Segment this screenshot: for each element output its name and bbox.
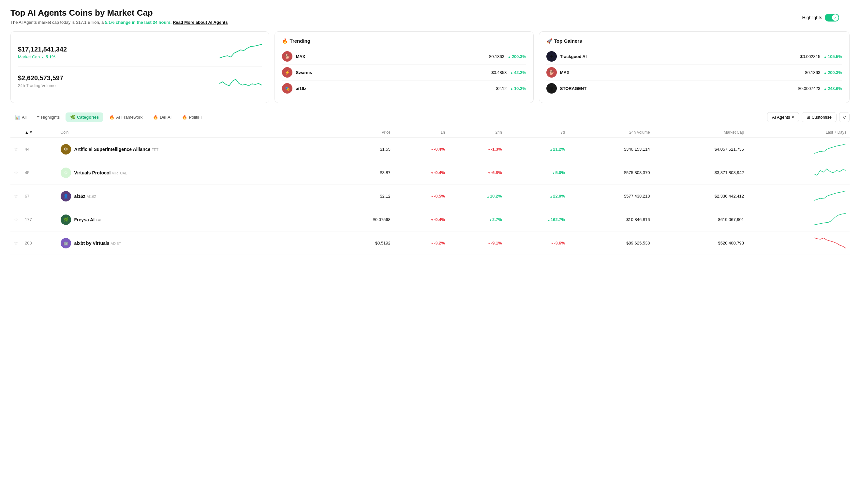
coin-cell[interactable]: ⚙ Artificial Superintelligence AllianceF… [57,138,331,161]
sparkline-chart [814,165,846,179]
7d-value: ▲21.2% [550,147,565,152]
th-24h[interactable]: 24h [448,128,505,138]
1h-arrow: ▼ [431,148,434,151]
star-cell[interactable]: ☆ [11,208,22,231]
subtitle-link[interactable]: Read More about AI Agents [173,20,228,25]
24h-value: ▲10.2% [487,193,502,199]
24h-cell: ▼-1.3% [448,138,505,161]
star-cell[interactable]: ☆ [11,231,22,255]
favorite-star[interactable]: ☆ [14,240,18,246]
7d-arrow: ▼ [550,242,554,245]
favorite-star[interactable]: ☆ [14,193,18,199]
favorite-star[interactable]: ☆ [14,146,18,152]
favorite-star[interactable]: ☆ [14,217,18,222]
table-row[interactable]: ☆ 67 👤 ai16zAI16Z $2.12 ▼-0.5% ▲10.2% ▲2… [11,185,849,208]
sparkline-chart [814,189,846,202]
coin-row-name: Freysa AIFAI [74,217,101,222]
mcap-cell: $3,871,808,942 [653,161,747,185]
coin-row-name: Virtuals ProtocolVIRTUAL [74,170,127,175]
coin-row-avatar: 🤖 [61,238,71,248]
7d-value: ▲5.0% [552,170,565,175]
24h-value: ▼-6.8% [488,170,502,175]
7d-cell: ▲21.2% [505,138,569,161]
tab-categories[interactable]: 🌿Categories [66,113,103,122]
coin-ticker: FET [152,148,158,152]
coin-name: MAX [296,54,305,59]
price-cell: $0.07568 [331,208,394,231]
th-coin[interactable]: Coin [57,128,331,138]
mcap-cell: $619,067,901 [653,208,747,231]
market-cap-label-text: Market Cap [18,55,40,59]
trending-row[interactable]: ⚡ Swarms $0.4853 42.2% [282,64,526,81]
ai-agents-filter[interactable]: AI Agents ▾ [767,112,799,122]
table-header: ▲ # Coin Price 1h 24h 7d 24h Volume Mark… [11,128,849,138]
th-1h[interactable]: 1h [394,128,448,138]
coin-name: Trackgood AI [560,54,587,59]
star-cell[interactable]: ☆ [11,138,22,161]
volume-label: 24h Trading Volume [18,83,63,88]
th-volume[interactable]: 24h Volume [568,128,653,138]
table-row[interactable]: ☆ 203 🤖 aixbt by VirtualsAIXBT $0.5192 ▼… [11,231,849,255]
market-cap-arrow [41,55,44,59]
tab-all[interactable]: 📊All [11,113,31,122]
tab-highlights[interactable]: ≡Highlights [32,113,64,122]
th-7d[interactable]: 7d [505,128,569,138]
coin-cell[interactable]: ◇ Virtuals ProtocolVIRTUAL [57,161,331,185]
gainers-row[interactable]: ◉ STORAGENT $0.0007423 248.6% [546,81,842,96]
tab-defai[interactable]: 🔥DeFAI [148,113,176,122]
gainers-row[interactable]: ✦ Trackgood AI $0.002815 105.5% [546,48,842,64]
coin-row-info: 🌿 Freysa AIFAI [61,215,327,225]
customise-button[interactable]: ⊞ Customise [802,112,836,122]
coin-cell[interactable]: 🌿 Freysa AIFAI [57,208,331,231]
gainers-list: ✦ Trackgood AI $0.002815 105.5% 🐕 MAX $0… [546,48,842,96]
coin-ticker: FAI [96,218,101,222]
trending-row[interactable]: 🎭 ai16z $2.12 10.2% [282,81,526,96]
tab-label: All [22,115,26,120]
table-row[interactable]: ☆ 177 🌿 Freysa AIFAI $0.07568 ▼-0.4% ▲2.… [11,208,849,231]
favorite-star[interactable]: ☆ [14,170,18,175]
filter-button[interactable]: ▽ [839,112,849,122]
coin-info: 🎭 ai16z [282,83,306,93]
coin-pct: 200.3% [823,70,842,75]
th-rank[interactable]: ▲ # [22,128,57,138]
24h-arrow: ▼ [488,172,491,175]
tab-politifi[interactable]: 🔥PolitiFi [177,113,206,122]
toggle-switch[interactable]: ✓ [825,14,839,21]
coin-pct: 105.5% [823,54,842,59]
star-cell[interactable]: ☆ [11,185,22,208]
table-row[interactable]: ☆ 44 ⚙ Artificial Superintelligence Alli… [11,138,849,161]
coin-table: ▲ # Coin Price 1h 24h 7d 24h Volume Mark… [11,128,849,255]
1h-value: ▼-3.2% [431,241,445,245]
th-price[interactable]: Price [331,128,394,138]
coin-cell[interactable]: 👤 ai16zAI16Z [57,185,331,208]
th-star [11,128,22,138]
star-cell[interactable]: ☆ [11,161,22,185]
gainers-card: 🚀 Top Gainers ✦ Trackgood AI $0.002815 1… [539,31,849,103]
mcap-cell: $520,400,793 [653,231,747,255]
table-row[interactable]: ☆ 45 ◇ Virtuals ProtocolVIRTUAL $3.87 ▼-… [11,161,849,185]
trending-list: 🐕 MAX $0.1363 200.3% ⚡ Swarms $0.4853 42… [282,48,526,96]
gainers-row[interactable]: 🐕 MAX $0.1363 200.3% [546,64,842,81]
rank-cell: 203 [22,231,57,255]
7d-value: ▲162.7% [547,217,565,222]
coin-row-info: 🤖 aixbt by VirtualsAIXBT [61,238,327,248]
coin-price: $0.0007423 [798,86,820,91]
coin-cell[interactable]: 🤖 aixbt by VirtualsAIXBT [57,231,331,255]
trending-row[interactable]: 🐕 MAX $0.1363 200.3% [282,48,526,64]
price-cell: $2.12 [331,185,394,208]
24h-arrow: ▼ [488,148,491,151]
th-mcap[interactable]: Market Cap [653,128,747,138]
coin-name: STORAGENT [560,86,587,91]
volume-cell: $340,153,114 [568,138,653,161]
ai-agents-filter-label: AI Agents [772,115,790,120]
market-cap-value: $17,121,541,342 [18,46,67,53]
7d-value: ▼-3.6% [550,241,565,245]
volume-cell: $575,808,370 [568,161,653,185]
rank-cell: 67 [22,185,57,208]
7d-arrow: ▲ [552,172,555,175]
mcap-cell: $2,336,442,412 [653,185,747,208]
highlights-toggle[interactable]: Highlights ✓ [802,14,839,21]
coin-avatar: ⚡ [282,67,292,77]
tab-ai-framework[interactable]: 🔥AI Framework [105,113,147,122]
24h-cell: ▲2.7% [448,208,505,231]
